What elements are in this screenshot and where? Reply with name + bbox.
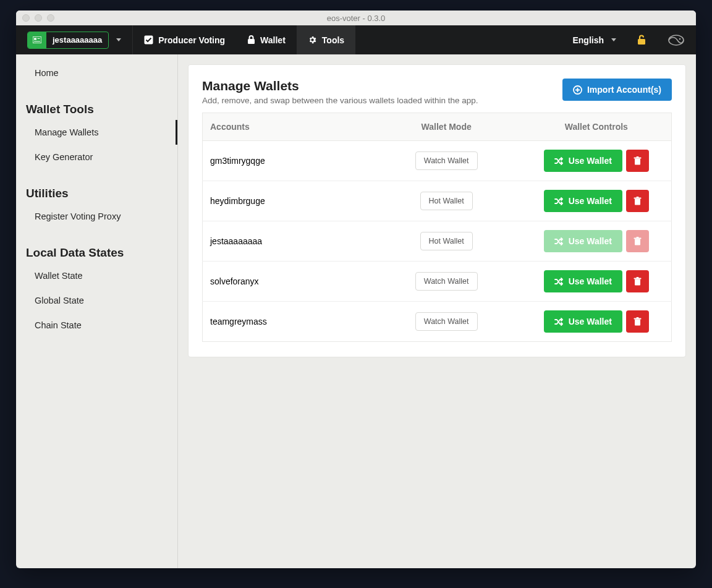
controls-wrap: Use Wallet <box>529 270 664 292</box>
cell-mode: Hot Wallet <box>371 181 522 221</box>
import-accounts-label: Import Account(s) <box>587 85 661 95</box>
cell-account: solveforanyx <box>203 262 371 302</box>
svg-rect-2 <box>38 38 40 39</box>
window-title: eos-voter - 0.3.0 <box>16 14 696 23</box>
sidebar-item-key-generator[interactable]: Key Generator <box>16 145 177 169</box>
cell-mode: Watch Wallet <box>371 302 522 342</box>
sidebar-item-register-proxy[interactable]: Register Voting Proxy <box>16 204 177 229</box>
shuffle-icon <box>554 157 564 165</box>
cell-controls: Use Wallet <box>522 141 672 181</box>
greymass-logo-icon <box>668 34 685 46</box>
use-wallet-label: Use Wallet <box>569 196 612 206</box>
delete-wallet-button[interactable] <box>626 190 649 212</box>
lock-icon <box>247 35 255 45</box>
gear-icon <box>308 35 317 45</box>
account-name: jestaaaaaaaa <box>46 35 108 45</box>
wallet-mode-button[interactable]: Hot Wallet <box>420 192 473 210</box>
nav-producer-voting[interactable]: Producer Voting <box>133 25 236 54</box>
check-square-icon <box>144 35 153 45</box>
sidebar-section-utilities: Utilities <box>16 169 177 204</box>
use-wallet-label: Use Wallet <box>569 276 612 286</box>
sidebar-item-home[interactable]: Home <box>16 61 177 85</box>
shuffle-icon <box>554 278 564 286</box>
svg-rect-22 <box>635 320 640 326</box>
chevron-down-icon <box>611 38 616 41</box>
table-row: gm3timrygqgeWatch WalletUse Wallet <box>203 141 672 181</box>
nav-tools[interactable]: Tools <box>297 25 355 54</box>
main: Manage Wallets Add, remove, and swap bet… <box>178 54 696 568</box>
svg-rect-6 <box>638 39 645 45</box>
wallet-mode-button[interactable]: Watch Wallet <box>415 151 478 170</box>
import-accounts-button[interactable]: Import Account(s) <box>562 79 672 101</box>
svg-rect-5 <box>248 39 255 44</box>
menubar-spacer <box>355 25 561 54</box>
language-dropdown[interactable]: English <box>561 25 627 54</box>
use-wallet-button: Use Wallet <box>544 230 622 252</box>
sidebar-item-chain-state[interactable]: Chain State <box>16 313 177 338</box>
cell-mode: Watch Wallet <box>371 141 522 181</box>
chevron-down-icon <box>116 38 121 41</box>
unlock-icon <box>637 35 646 45</box>
titlebar: eos-voter - 0.3.0 <box>16 11 696 25</box>
panel-heading-block: Manage Wallets Add, remove, and swap bet… <box>202 79 478 105</box>
use-wallet-button[interactable]: Use Wallet <box>544 270 622 292</box>
table-row: jestaaaaaaaaHot WalletUse Wallet <box>203 221 672 262</box>
svg-rect-12 <box>636 156 638 158</box>
nav-wallet[interactable]: Wallet <box>236 25 297 54</box>
trash-icon <box>634 277 642 286</box>
svg-rect-1 <box>34 38 36 40</box>
nav-label: Producer Voting <box>158 35 225 45</box>
controls-wrap: Use Wallet <box>529 310 664 333</box>
nav-label: Wallet <box>260 35 286 45</box>
cell-account: heydimbrguge <box>203 181 371 221</box>
sidebar-section-local-data: Local Data States <box>16 229 177 263</box>
wallets-table: Accounts Wallet Mode Wallet Controls gm3… <box>202 113 672 342</box>
trash-icon <box>634 197 642 205</box>
trash-icon <box>634 317 642 326</box>
wallet-mode-button[interactable]: Watch Wallet <box>415 312 478 331</box>
cell-controls: Use Wallet <box>522 221 672 262</box>
cell-controls: Use Wallet <box>522 302 672 342</box>
use-wallet-label: Use Wallet <box>569 236 612 246</box>
panel-subtitle: Add, remove, and swap between the variou… <box>202 96 478 105</box>
cell-mode: Hot Wallet <box>371 221 522 262</box>
shuffle-icon <box>554 237 564 245</box>
svg-rect-13 <box>635 199 640 205</box>
brand-logo[interactable] <box>656 25 696 54</box>
th-accounts: Accounts <box>203 113 371 141</box>
delete-wallet-button[interactable] <box>626 270 649 292</box>
account-dropdown[interactable]: jestaaaaaaaa <box>16 25 133 54</box>
use-wallet-button[interactable]: Use Wallet <box>544 150 622 172</box>
svg-rect-3 <box>34 41 40 42</box>
sidebar-item-manage-wallets[interactable]: Manage Wallets <box>16 120 177 145</box>
use-wallet-button[interactable]: Use Wallet <box>544 310 622 333</box>
panel-title: Manage Wallets <box>202 79 478 93</box>
cell-controls: Use Wallet <box>522 262 672 302</box>
plus-circle-icon <box>573 85 582 95</box>
cell-account: jestaaaaaaaa <box>203 221 371 262</box>
shuffle-icon <box>554 318 564 326</box>
sidebar-item-wallet-state[interactable]: Wallet State <box>16 263 177 288</box>
wallet-mode-button[interactable]: Watch Wallet <box>415 272 478 291</box>
sidebar-section-wallet-tools: Wallet Tools <box>16 85 177 120</box>
use-wallet-label: Use Wallet <box>569 156 612 166</box>
menubar: jestaaaaaaaa Producer Voting Wallet Tool… <box>16 25 696 54</box>
delete-wallet-button[interactable] <box>626 150 649 172</box>
use-wallet-label: Use Wallet <box>569 317 612 326</box>
use-wallet-button[interactable]: Use Wallet <box>544 190 622 212</box>
th-controls: Wallet Controls <box>522 113 672 141</box>
nav-label: Tools <box>322 35 344 45</box>
lock-toggle[interactable] <box>627 25 656 54</box>
content-area: Home Wallet Tools Manage Wallets Key Gen… <box>16 54 696 568</box>
wallet-mode-button[interactable]: Hot Wallet <box>420 232 473 250</box>
trash-icon <box>634 237 642 245</box>
svg-rect-10 <box>635 159 640 165</box>
language-label: English <box>572 35 604 45</box>
controls-wrap: Use Wallet <box>529 230 664 252</box>
svg-rect-19 <box>635 279 640 286</box>
id-card-icon <box>28 32 46 48</box>
table-row: teamgreymassWatch WalletUse Wallet <box>203 302 672 342</box>
shuffle-icon <box>554 197 564 205</box>
delete-wallet-button[interactable] <box>626 310 649 333</box>
sidebar-item-global-state[interactable]: Global State <box>16 288 177 313</box>
